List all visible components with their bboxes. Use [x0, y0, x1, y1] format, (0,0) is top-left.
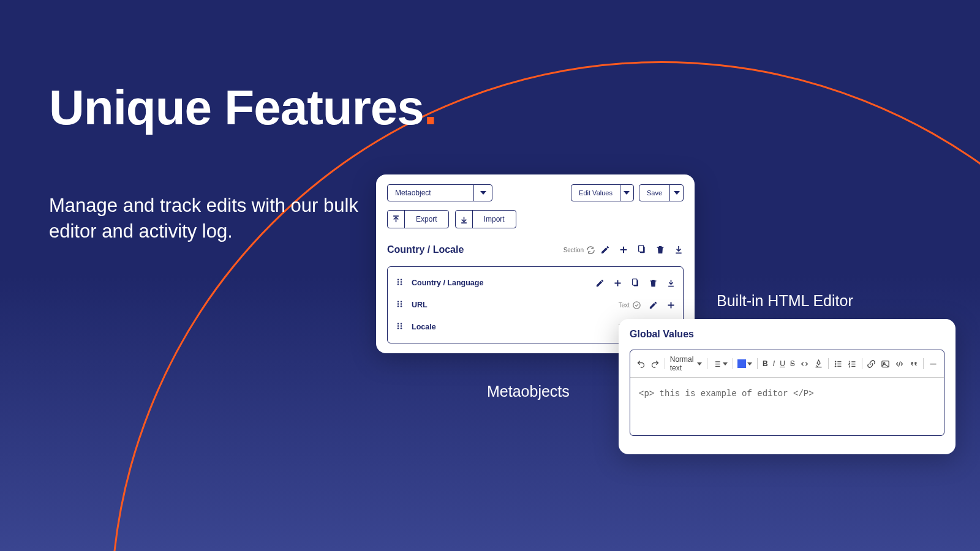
editor-container: Normal text B I U S	[630, 350, 944, 436]
italic-button[interactable]: I	[773, 359, 775, 368]
code-block-icon[interactable]	[895, 359, 904, 369]
add-icon[interactable]	[619, 245, 628, 255]
svg-point-15	[401, 305, 402, 307]
svg-point-20	[401, 325, 402, 327]
export-button[interactable]: Export	[387, 210, 449, 228]
drag-handle-icon[interactable]	[395, 321, 404, 333]
chevron-down-icon[interactable]	[620, 185, 633, 201]
edit-icon[interactable]	[600, 245, 610, 255]
strike-button[interactable]: S	[790, 359, 795, 368]
svg-point-17	[398, 323, 399, 324]
code-inline-icon[interactable]	[800, 359, 809, 369]
metaobject-select[interactable]: Metaobject	[387, 184, 492, 201]
section-title: Country / Locale	[387, 244, 464, 255]
download-icon[interactable]	[674, 245, 684, 255]
svg-point-12	[398, 303, 399, 305]
svg-point-24	[834, 361, 836, 362]
editor-textarea[interactable]: <p> this is example of editor </P>	[630, 378, 944, 435]
page-title-text: Unique Features	[49, 80, 424, 135]
svg-point-26	[834, 365, 836, 367]
drag-handle-icon[interactable]	[395, 277, 404, 289]
item-type-badge: Text	[619, 301, 641, 310]
svg-point-14	[398, 305, 399, 307]
item-label: Locale	[412, 323, 436, 331]
color-picker[interactable]	[737, 359, 752, 368]
svg-point-5	[401, 281, 402, 283]
list-item[interactable]: Country / Language	[395, 272, 676, 294]
svg-point-21	[398, 328, 399, 329]
edit-values-select[interactable]: Edit Values	[571, 184, 634, 201]
svg-rect-27	[837, 361, 841, 362]
download-icon[interactable]	[666, 279, 676, 288]
svg-point-13	[401, 303, 402, 305]
svg-rect-9	[633, 279, 638, 285]
image-icon[interactable]	[881, 359, 890, 369]
item-label: Country / Language	[412, 279, 483, 287]
svg-rect-29	[837, 365, 841, 366]
undo-icon[interactable]	[636, 359, 646, 369]
clipboard-icon[interactable]	[637, 245, 647, 255]
trash-icon[interactable]	[655, 245, 665, 255]
page-title: Unique Features.	[49, 80, 437, 136]
svg-point-4	[398, 281, 399, 283]
list-item[interactable]: URL Text	[395, 294, 676, 316]
clear-format-icon[interactable]	[814, 359, 823, 369]
upload-icon	[388, 211, 405, 228]
svg-point-3	[401, 279, 402, 280]
quote-icon[interactable]	[909, 359, 918, 369]
chevron-down-icon[interactable]	[669, 185, 683, 201]
caption-html-editor: Built-in HTML Editor	[717, 292, 853, 310]
save-select[interactable]: Save	[639, 184, 684, 201]
chevron-down-icon[interactable]	[473, 185, 492, 201]
svg-rect-28	[837, 363, 841, 364]
clipboard-icon[interactable]	[631, 279, 640, 288]
import-button[interactable]: Import	[455, 210, 516, 228]
page-subtitle: Manage and track edits with our bulk edi…	[49, 193, 368, 244]
svg-point-6	[398, 283, 399, 285]
add-icon[interactable]	[613, 279, 622, 288]
item-label: URL	[412, 301, 428, 309]
section-badge: Section	[564, 246, 595, 255]
drag-handle-icon[interactable]	[395, 299, 404, 311]
text-style-select[interactable]: Normal text	[670, 355, 702, 372]
edit-icon[interactable]	[595, 279, 605, 288]
svg-point-25	[834, 363, 836, 365]
caption-metaobjects: Metaobjects	[487, 383, 570, 400]
svg-point-10	[398, 301, 399, 302]
link-icon[interactable]	[867, 359, 876, 369]
underline-button[interactable]: U	[780, 359, 785, 368]
download-icon	[456, 211, 473, 228]
svg-point-16	[633, 301, 640, 308]
svg-point-18	[401, 323, 402, 324]
bullet-list-icon[interactable]	[834, 359, 843, 369]
svg-point-22	[401, 328, 402, 329]
svg-rect-1	[639, 246, 644, 252]
list-style-icon[interactable]	[712, 359, 728, 369]
svg-point-2	[398, 279, 399, 280]
hr-icon[interactable]	[929, 359, 938, 369]
accent-dot: .	[424, 80, 437, 135]
panel-title: Global Values	[630, 329, 944, 340]
edit-icon[interactable]	[649, 301, 658, 310]
numbered-list-icon[interactable]	[848, 359, 857, 369]
trash-icon[interactable]	[649, 279, 658, 288]
redo-icon[interactable]	[650, 359, 660, 369]
add-icon[interactable]	[666, 301, 676, 310]
svg-point-19	[398, 325, 399, 327]
bold-button[interactable]: B	[763, 359, 768, 368]
editor-toolbar: Normal text B I U S	[630, 350, 944, 378]
html-editor-panel: Global Values Normal text B I	[619, 319, 956, 454]
svg-point-7	[401, 283, 402, 285]
svg-point-11	[401, 301, 402, 302]
